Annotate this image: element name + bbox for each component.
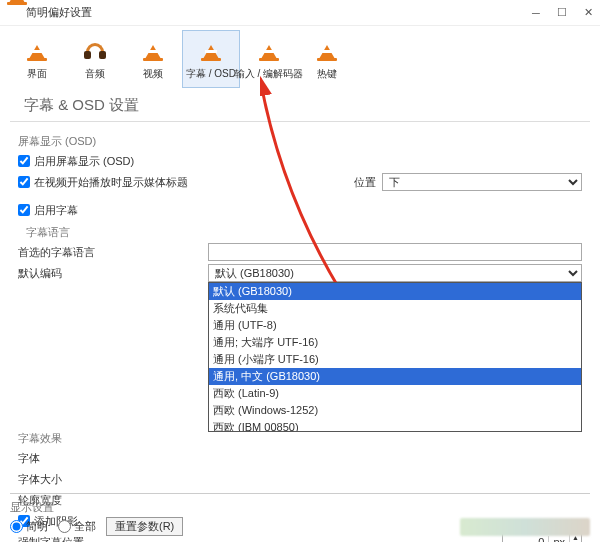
close-button[interactable]: ✕	[582, 7, 594, 19]
preferred-lang-label: 首选的字幕语言	[18, 245, 208, 260]
default-encoding-select[interactable]: 默认 (GB18030) 默认 (GB18030)系统代码集通用 (UTF-8)…	[208, 264, 582, 282]
encoding-option[interactable]: 通用; 大端序 UTF-16)	[209, 334, 581, 351]
osd-position-label: 位置	[354, 175, 376, 190]
tab-subtitles-osd[interactable]: 字幕 / OSD	[182, 30, 240, 88]
tab-hotkeys[interactable]: 热键	[298, 30, 356, 88]
category-toolbar: 界面 音频 视频 字幕 / OSD 输入 / 编解码器 热键	[0, 26, 600, 88]
effects-group-title: 字幕效果	[18, 431, 582, 446]
font-size-label: 字体大小	[18, 472, 208, 487]
full-mode-radio[interactable]: 全部	[58, 519, 96, 534]
titlebar: 简明偏好设置 ─ ☐ ✕	[0, 0, 600, 26]
encoding-option[interactable]: 西欧 (IBM 00850)	[209, 419, 581, 432]
osd-position-select[interactable]: 下	[382, 173, 582, 191]
encoding-option[interactable]: 西欧 (Latin-9)	[209, 385, 581, 402]
encoding-option[interactable]: 西欧 (Windows-1252)	[209, 402, 581, 419]
minimize-button[interactable]: ─	[530, 7, 542, 19]
window-controls: ─ ☐ ✕	[530, 7, 594, 19]
encoding-option[interactable]: 通用 (小端序 UTF-16)	[209, 351, 581, 368]
tab-input-codecs[interactable]: 输入 / 编解码器	[240, 30, 298, 88]
subtitle-lang-label: 字幕语言	[26, 225, 582, 240]
tab-audio[interactable]: 音频	[66, 30, 124, 88]
enable-osd-checkbox[interactable]: 启用屏幕显示 (OSD)	[18, 154, 208, 169]
enable-subtitles-checkbox[interactable]: 启用字幕	[18, 203, 208, 218]
maximize-button[interactable]: ☐	[556, 7, 568, 19]
tab-interface[interactable]: 界面	[8, 30, 66, 88]
settings-content: 屏幕显示 (OSD) 启用屏幕显示 (OSD) 在视频开始播放时显示媒体标题 位…	[0, 122, 600, 542]
blurred-region	[460, 518, 590, 536]
page-heading: 字幕 & OSD 设置	[10, 90, 590, 122]
tab-video[interactable]: 视频	[124, 30, 182, 88]
reset-button[interactable]: 重置参数(R)	[106, 517, 183, 536]
app-icon	[6, 6, 20, 20]
encoding-option[interactable]: 通用, 中文 (GB18030)	[209, 368, 581, 385]
encoding-option[interactable]: 通用 (UTF-8)	[209, 317, 581, 334]
encoding-option[interactable]: 系统代码集	[209, 300, 581, 317]
encoding-dropdown-list[interactable]: 默认 (GB18030)系统代码集通用 (UTF-8)通用; 大端序 UTF-1…	[208, 282, 582, 432]
show-media-title-checkbox[interactable]: 在视频开始播放时显示媒体标题	[18, 175, 208, 190]
osd-group-title: 屏幕显示 (OSD)	[18, 134, 582, 149]
preferred-lang-input[interactable]	[208, 243, 582, 261]
encoding-option[interactable]: 默认 (GB18030)	[209, 283, 581, 300]
window-title: 简明偏好设置	[26, 5, 530, 20]
simple-mode-radio[interactable]: 简明	[10, 519, 48, 534]
display-settings-label: 显示设置	[10, 500, 590, 515]
default-encoding-label: 默认编码	[18, 266, 208, 281]
font-label: 字体	[18, 451, 208, 466]
